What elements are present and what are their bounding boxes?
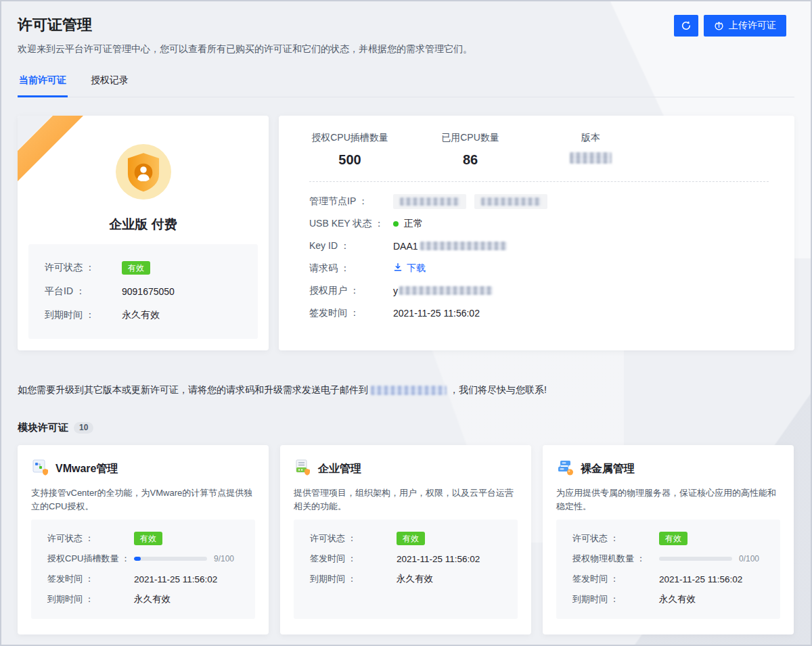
redacted-key-id-value bbox=[420, 241, 507, 250]
module-title: 企业管理 bbox=[318, 462, 361, 476]
management-ip-row: 管理节点IP bbox=[309, 190, 769, 212]
module-panel: 许可状态 有效 授权CPU插槽数量 9/100 签发时间 2021-11-25 … bbox=[31, 520, 255, 619]
module-licenses-title: 模块许可证 bbox=[18, 421, 68, 434]
license-stats: 授权CPU插槽数量 500 已用CPU数量 86 版本 bbox=[309, 132, 769, 168]
module-license-cards: VMware管理 支持接管vCenter的全功能，为VMware的计算节点提供独… bbox=[18, 445, 794, 635]
license-overview-row: 企业版 付费 许可状态 有效 平台ID 9091675050 到期时间 永久有效 bbox=[18, 116, 794, 350]
issue-time-row: 签发时间 2021-11-25 11:56:02 bbox=[572, 569, 764, 589]
module-title: VMware管理 bbox=[55, 462, 118, 476]
usb-key-status-value: 正常 bbox=[404, 218, 423, 230]
status-badge: 有效 bbox=[134, 532, 162, 545]
status-badge: 有效 bbox=[397, 532, 425, 545]
license-shield-icon bbox=[116, 144, 171, 202]
platform-id-row: 平台ID 9091675050 bbox=[45, 279, 242, 303]
download-link-label: 下载 bbox=[407, 262, 426, 275]
issue-time-row: 签发时间 2021-11-25 11:56:02 bbox=[310, 549, 501, 569]
quota-progress-bar bbox=[134, 557, 207, 561]
upload-icon bbox=[714, 21, 724, 31]
vmware-module-icon bbox=[31, 459, 49, 479]
license-summary-card: 企业版 付费 许可状态 有效 平台ID 9091675050 到期时间 永久有效 bbox=[18, 116, 269, 350]
upload-license-button[interactable]: 上传许可证 bbox=[704, 15, 786, 37]
module-description: 支持接管vCenter的全功能，为VMware的计算节点提供独立的CPU授权。 bbox=[31, 486, 255, 513]
upload-button-label: 上传许可证 bbox=[729, 20, 776, 32]
quota-row: 授权物理机数量 0/100 bbox=[572, 549, 764, 569]
expire-time-value: 永久有效 bbox=[122, 309, 160, 321]
authorized-user-row: 授权用户 y bbox=[309, 279, 769, 302]
usb-key-status-row: USB KEY 状态 正常 bbox=[309, 212, 769, 235]
key-id-row: Key ID DAA1 bbox=[309, 235, 769, 257]
redacted-user-value bbox=[399, 286, 493, 295]
stat-used-cpu: 已用CPU数量 86 bbox=[430, 132, 511, 168]
request-code-row: 请求码 下载 bbox=[309, 257, 769, 279]
download-icon bbox=[393, 262, 403, 274]
issue-time-row: 签发时间 2021-11-25 11:56:02 bbox=[309, 302, 769, 324]
module-card-enterprise: 企业管理 提供管理项目，组织架构，用户，权限，以及云平台运营相关的功能。 许可状… bbox=[280, 445, 531, 635]
license-status-row: 许可状态 有效 bbox=[572, 528, 764, 549]
tab-bar: 当前许可证 授权记录 bbox=[18, 74, 794, 97]
baremetal-module-icon bbox=[556, 459, 574, 479]
module-title: 裸金属管理 bbox=[581, 462, 635, 476]
expire-time-row: 到期时间 永久有效 bbox=[572, 589, 764, 609]
divider bbox=[309, 181, 769, 182]
status-badge: 有效 bbox=[122, 261, 150, 275]
module-description: 为应用提供专属的物理服务器，保证核心应用的高性能和稳定性。 bbox=[556, 486, 780, 513]
issue-time-row: 签发时间 2021-11-25 11:56:02 bbox=[47, 569, 239, 589]
refresh-button[interactable] bbox=[674, 15, 698, 37]
quota-row: 授权CPU插槽数量 9/100 bbox=[47, 549, 239, 569]
quota-progress-bar bbox=[659, 557, 732, 561]
authorized-user-prefix: y bbox=[393, 285, 398, 296]
license-management-page: 许可证管理 欢迎来到云平台许可证管理中心，您可以查看所有已购买的许可证和它们的状… bbox=[1, 1, 811, 635]
module-panel: 许可状态 有效 签发时间 2021-11-25 11:56:02 到期时间 永久… bbox=[294, 520, 518, 619]
expire-time-row: 到期时间 永久有效 bbox=[310, 569, 501, 589]
status-badge: 有效 bbox=[659, 532, 687, 545]
license-status-row: 许可状态 有效 bbox=[47, 528, 239, 549]
expire-time-row: 到期时间 永久有效 bbox=[45, 303, 242, 327]
redacted-version-value bbox=[570, 152, 612, 164]
management-ip-tag bbox=[474, 194, 547, 209]
quota-progress-text: 0/100 bbox=[739, 554, 759, 563]
module-panel: 许可状态 有效 授权物理机数量 0/100 签发时间 2021-11-25 11… bbox=[556, 520, 780, 619]
license-status-row: 许可状态 有效 bbox=[310, 528, 501, 549]
tab-current-license[interactable]: 当前许可证 bbox=[18, 74, 68, 97]
redacted-ip-value bbox=[400, 198, 459, 206]
issue-time-value: 2021-11-25 11:56:02 bbox=[393, 308, 480, 319]
stat-cpu-sockets: 授权CPU插槽数量 500 bbox=[309, 132, 390, 168]
page-subtitle: 欢迎来到云平台许可证管理中心，您可以查看所有已购买的许可证和它们的状态，并根据您… bbox=[18, 43, 794, 55]
module-card-baremetal: 裸金属管理 为应用提供专属的物理服务器，保证核心应用的高性能和稳定性。 许可状态… bbox=[543, 445, 794, 635]
module-count-badge: 10 bbox=[74, 422, 93, 434]
redacted-ip-value bbox=[481, 198, 541, 206]
module-card-vmware: VMware管理 支持接管vCenter的全功能，为VMware的计算节点提供独… bbox=[18, 445, 269, 635]
license-status-row: 许可状态 有效 bbox=[45, 256, 242, 279]
enterprise-module-icon bbox=[294, 459, 311, 479]
module-licenses-header: 模块许可证 10 bbox=[18, 421, 794, 434]
redacted-email-value bbox=[371, 386, 447, 395]
refresh-icon bbox=[681, 20, 692, 31]
platform-id-value: 9091675050 bbox=[122, 286, 175, 297]
expire-time-row: 到期时间 永久有效 bbox=[47, 589, 239, 609]
key-id-prefix: DAA1 bbox=[393, 241, 418, 252]
management-ip-tag bbox=[393, 194, 466, 209]
module-description: 提供管理项目，组织架构，用户，权限，以及云平台运营相关的功能。 bbox=[294, 486, 518, 513]
quota-progress-text: 9/100 bbox=[214, 554, 234, 563]
upgrade-note: 如您需要升级到其它版本或更新许可证，请将您的请求码和升级需求发送电子邮件到 ，我… bbox=[18, 384, 794, 396]
license-edition: 企业版 付费 bbox=[18, 216, 269, 233]
tab-authorization-records[interactable]: 授权记录 bbox=[89, 74, 130, 97]
license-detail-card: 授权CPU插槽数量 500 已用CPU数量 86 版本 管理节点IP bbox=[279, 116, 794, 350]
toolbar: 上传许可证 bbox=[674, 15, 786, 37]
download-request-code-link[interactable]: 下载 bbox=[393, 262, 426, 275]
status-dot-green bbox=[393, 221, 399, 227]
license-summary-panel: 许可状态 有效 平台ID 9091675050 到期时间 永久有效 bbox=[28, 244, 258, 339]
stat-version: 版本 bbox=[550, 132, 631, 168]
